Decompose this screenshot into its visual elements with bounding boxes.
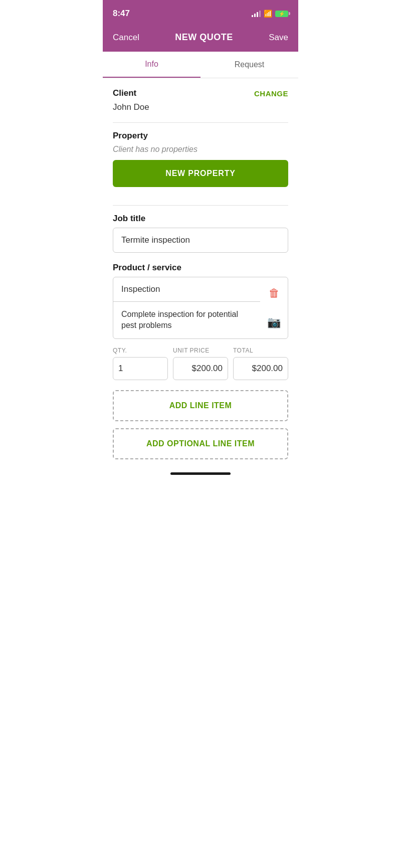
- status-icons: 📶 ⚡: [252, 10, 288, 18]
- client-section-header: Client CHANGE: [113, 88, 288, 98]
- status-time: 8:47: [113, 9, 130, 19]
- client-label: Client: [113, 88, 136, 98]
- unit-price-col: UNIT PRICE: [173, 347, 228, 380]
- status-bar: 8:47 📶 ⚡: [103, 0, 298, 25]
- battery-icon: ⚡: [275, 11, 288, 17]
- signal-icon: [252, 10, 261, 17]
- job-title-input[interactable]: [113, 228, 288, 253]
- job-title-header: Job title: [113, 214, 288, 224]
- pricing-row: QTY. UNIT PRICE TOTAL: [113, 347, 288, 380]
- product-box: Inspection Complete inspection for poten…: [113, 277, 288, 339]
- client-section: Client CHANGE John Doe: [113, 88, 288, 112]
- cancel-button[interactable]: Cancel: [113, 33, 139, 43]
- camera-button[interactable]: 📷: [265, 314, 283, 331]
- qty-label: QTY.: [113, 347, 168, 354]
- home-bar: [170, 472, 231, 475]
- client-name: John Doe: [113, 102, 288, 112]
- new-property-button[interactable]: NEW PROPERTY: [113, 160, 288, 187]
- page-title: NEW QUOTE: [175, 32, 233, 43]
- total-label: TOTAL: [233, 347, 288, 354]
- add-line-item-button[interactable]: ADD LINE ITEM: [113, 390, 288, 421]
- delete-product-button[interactable]: 🗑: [267, 285, 282, 302]
- total-col: TOTAL: [233, 347, 288, 380]
- qty-input[interactable]: [113, 357, 168, 380]
- tab-bar: Info Request: [103, 52, 298, 78]
- tab-info[interactable]: Info: [103, 52, 200, 78]
- content-area: Client CHANGE John Doe Property Client h…: [103, 78, 298, 459]
- change-client-button[interactable]: CHANGE: [254, 89, 288, 98]
- divider-property: [113, 205, 288, 206]
- add-optional-line-item-button[interactable]: ADD OPTIONAL LINE ITEM: [113, 428, 288, 459]
- property-section-header: Property: [113, 131, 288, 141]
- product-service-label: Product / service: [113, 263, 181, 273]
- product-description[interactable]: Complete inspection for potential pest p…: [113, 302, 260, 338]
- job-title-section: Job title: [113, 214, 288, 253]
- property-label: Property: [113, 131, 148, 141]
- save-button[interactable]: Save: [269, 33, 288, 43]
- qty-col: QTY.: [113, 347, 168, 380]
- job-title-label: Job title: [113, 214, 145, 224]
- product-fields: Inspection Complete inspection for poten…: [113, 277, 260, 338]
- header: Cancel NEW QUOTE Save: [103, 25, 298, 52]
- wifi-icon: 📶: [264, 10, 272, 18]
- tab-request[interactable]: Request: [200, 52, 298, 78]
- property-placeholder: Client has no properties: [113, 145, 288, 154]
- product-actions: 🗑 📷: [260, 277, 288, 338]
- divider-client: [113, 122, 288, 123]
- total-input[interactable]: [233, 357, 288, 380]
- home-indicator: [103, 466, 298, 479]
- product-name[interactable]: Inspection: [113, 277, 260, 302]
- unit-price-label: UNIT PRICE: [173, 347, 228, 354]
- product-service-header: Product / service: [113, 263, 288, 273]
- property-section: Property Client has no properties NEW PR…: [113, 131, 288, 195]
- unit-price-input[interactable]: [173, 357, 228, 380]
- product-service-section: Product / service Inspection Complete in…: [113, 263, 288, 380]
